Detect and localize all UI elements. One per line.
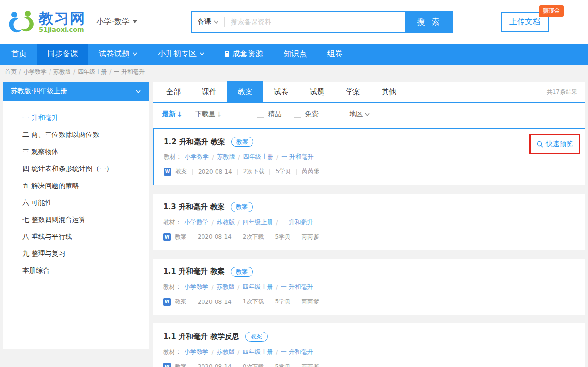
meta-label: 教材： [163,348,182,356]
meta-link[interactable]: 四年级上册 [242,218,273,227]
sidebar-item-chapter-3[interactable]: 三 观察物体 [22,148,149,156]
type-badge: 教案 [231,202,253,212]
site-logo[interactable]: 教习网 51jiaoxi.com [8,9,85,35]
meta-link[interactable]: 苏教版 [217,218,235,227]
tab-papers[interactable]: 试卷 [263,81,299,102]
main-nav: 首页 同步备课 试卷试题 小升初专区 成套资源 知识点 组卷 [0,44,588,65]
region-dropdown[interactable]: 地区 [349,110,370,118]
sidebar-item-chapter-4[interactable]: 四 统计表和条形统计图（一） [22,165,149,173]
nav-item-sync-prep[interactable]: 同步备课 [37,44,88,65]
search-bar: 备课 搜 索 [191,11,453,33]
nav-item-knowledge-points[interactable]: 知识点 [273,44,317,65]
meta-link[interactable]: 苏教版 [217,348,235,356]
results-column: 全部 课件 教案 试卷 试题 学案 其他 共17条结果 最新 ↓ 下载量 ↓ [153,82,585,367]
upload-date: 2020-08-14 [198,168,232,175]
category-selector[interactable]: 小学·数学 [96,17,137,27]
meta-link[interactable]: 小学数学 [185,348,209,356]
meta-link[interactable]: 小学数学 [185,153,209,161]
sidebar-item-chapter-7[interactable]: 七 整数四则混合运算 [22,216,149,224]
document-title[interactable]: 1.1 升和毫升 教学反思 [163,332,239,341]
file-type: 教案 [175,298,186,306]
breadcrumb-link[interactable]: 苏教版 [53,68,71,76]
search-scope-dropdown[interactable]: 备课 [192,17,224,26]
checkbox-free[interactable] [294,111,301,118]
document-title[interactable]: 1.3 升和毫升 教案 [163,202,225,212]
sidebar-item-chapter-8[interactable]: 八 垂线与平行线 [22,233,149,241]
breadcrumb-link[interactable]: 小学数学 [23,68,47,76]
search-scope-label: 备课 [198,17,211,26]
search-button[interactable]: 搜 索 [405,11,453,33]
word-doc-icon: W [163,298,171,306]
file-type: 教案 [175,233,186,241]
arrow-down-icon: ↓ [217,110,222,118]
tab-others[interactable]: 其他 [371,81,407,102]
meta-link[interactable]: 四年级上册 [243,153,273,161]
meta-link[interactable]: 苏教版 [217,283,235,291]
word-doc-icon: W [163,363,171,367]
tab-questions[interactable]: 试题 [299,81,335,102]
download-count: 2次下载 [243,167,265,176]
filter-free[interactable]: 免费 [294,110,318,118]
sidebar-item-chapter-5[interactable]: 五 解决问题的策略 [22,182,149,190]
meta-label: 教材： [163,283,182,291]
annotation-highlight-box: 快速预览 [529,134,580,154]
chapter-sidebar: 苏教版·四年级上册 一 升和毫升 二 两、三位数除以两位数 三 观察物体 四 统… [3,82,149,349]
sidebar-item-chapter-9[interactable]: 九 整理与复习 [22,250,149,258]
caret-down-icon [133,20,137,23]
word-doc-icon: W [164,168,171,176]
document-title[interactable]: 1.2 升和毫升 教案 [164,137,225,147]
quick-preview-button[interactable]: 快速预览 [537,140,573,149]
tab-study-cases[interactable]: 学案 [335,81,371,102]
textbook-selector-label: 苏教版·四年级上册 [11,87,67,96]
sort-newest[interactable]: 最新 ↓ [162,110,183,118]
nav-item-primary-to-junior[interactable]: 小升初专区 [148,44,215,65]
site-name: 教习网 [39,11,85,26]
sidebar-item-chapter-6[interactable]: 六 可能性 [22,199,149,207]
meta-link[interactable]: 小学数学 [185,283,209,291]
sidebar-item-chapter-2[interactable]: 二 两、三位数除以两位数 [22,131,149,139]
word-doc-icon: W [163,233,171,241]
filter-premium[interactable]: 精品 [257,110,281,118]
result-card: 1.1 升和毫升 教学反思 教案 教材： 小学数学 / 苏教版 / 四年级上册 … [153,323,585,367]
file-type: 教案 [175,363,186,367]
breadcrumb-link[interactable]: 四年级上册 [78,68,107,76]
tab-courseware[interactable]: 课件 [191,81,227,102]
meta-link[interactable]: 四年级上册 [242,283,273,291]
result-count: 共17条结果 [547,88,585,96]
sidebar-item-whole-book[interactable]: 本册综合 [22,267,149,275]
nav-item-paper-builder[interactable]: 组卷 [317,44,353,65]
type-badge: 教案 [231,137,253,147]
breadcrumb-link[interactable]: 首页 [5,68,17,76]
upload-date: 2020-08-14 [198,234,232,240]
meta-label: 教材： [164,153,182,161]
textbook-selector[interactable]: 苏教版·四年级上册 [3,82,149,101]
meta-link[interactable]: 一 升和毫升 [281,218,313,227]
breadcrumb-current: 一 升和毫升 [114,68,145,76]
sidebar-item-chapter-1[interactable]: 一 升和毫升 [22,114,149,122]
download-count: 1次下载 [243,298,264,306]
meta-link[interactable]: 一 升和毫升 [281,283,313,291]
nav-item-exam-papers[interactable]: 试卷试题 [88,44,148,65]
author: 芮芮爹 [302,298,319,306]
earn-cash-badge: 赚现金 [539,5,564,17]
type-badge: 教案 [231,267,253,277]
sort-downloads[interactable]: 下载量 ↓ [195,110,222,118]
chevron-down-icon [214,20,218,24]
meta-link[interactable]: 一 升和毫升 [281,153,313,161]
meta-link[interactable]: 苏教版 [217,153,235,161]
checkbox-premium[interactable] [257,111,264,118]
meta-link[interactable]: 一 升和毫升 [281,348,313,356]
file-type: 教案 [175,167,187,176]
nav-item-home[interactable]: 首页 [1,44,37,65]
tab-all[interactable]: 全部 [155,81,191,102]
type-badge: 教案 [245,332,268,341]
chevron-down-icon [200,52,204,56]
tab-lesson-plans[interactable]: 教案 [227,81,263,102]
breadcrumb: 首页 / 小学数学 / 苏教版 / 四年级上册 / 一 升和毫升 [0,65,588,79]
nav-item-resource-packages[interactable]: 成套资源 [215,44,273,65]
search-input[interactable] [225,18,405,26]
document-title[interactable]: 1.1 升和毫升 教案 [163,267,225,276]
meta-link[interactable]: 小学数学 [185,218,209,227]
filter-bar: 最新 ↓ 下载量 ↓ 精品 免费 地区 [153,103,585,125]
meta-link[interactable]: 四年级上册 [242,348,273,356]
